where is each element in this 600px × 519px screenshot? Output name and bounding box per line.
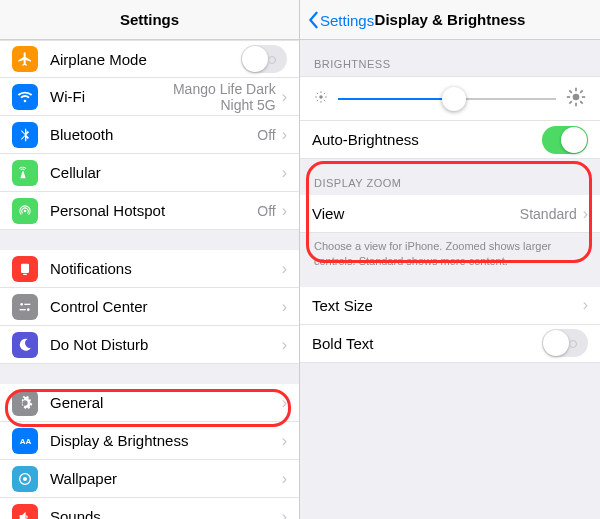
svg-rect-4 xyxy=(24,303,30,304)
chevron-icon: › xyxy=(282,126,287,144)
svg-line-16 xyxy=(324,100,325,101)
sun-small-icon xyxy=(314,90,328,107)
text-size-label: Text Size xyxy=(312,297,583,314)
back-label: Settings xyxy=(320,12,374,29)
view-value: Standard xyxy=(520,206,577,222)
svg-rect-2 xyxy=(23,273,27,274)
settings-row-sounds[interactable]: Sounds› xyxy=(0,498,299,519)
svg-line-15 xyxy=(317,93,318,94)
settings-row-bluetooth[interactable]: BluetoothOff› xyxy=(0,116,299,154)
svg-line-18 xyxy=(324,93,325,94)
chevron-icon: › xyxy=(282,260,287,278)
svg-text:AA: AA xyxy=(20,437,32,446)
general-icon xyxy=(12,390,38,416)
right-title: Display & Brightness xyxy=(375,11,526,28)
settings-row-cellular[interactable]: Cellular› xyxy=(0,154,299,192)
row-label: Bluetooth xyxy=(50,126,257,143)
row-label: Display & Brightness xyxy=(50,432,282,449)
cellular-icon xyxy=(12,160,38,186)
zoom-footer: Choose a view for iPhone. Zoomed shows l… xyxy=(300,233,600,279)
display-brightness-pane: Settings Display & Brightness BRIGHTNESS… xyxy=(300,0,600,519)
settings-row-wifi[interactable]: Wi-FiMango Life Dark Night 5G› xyxy=(0,78,299,116)
sounds-icon xyxy=(12,504,38,520)
wifi-icon xyxy=(12,84,38,110)
row-value: Off xyxy=(257,127,275,143)
right-content: BRIGHTNESS Auto-Brightness DISPLAY ZOOM … xyxy=(300,40,600,519)
settings-list: Airplane ModeWi-FiMango Life Dark Night … xyxy=(0,40,299,519)
svg-line-17 xyxy=(317,100,318,101)
auto-brightness-row[interactable]: Auto-Brightness xyxy=(300,121,600,159)
chevron-icon: › xyxy=(282,202,287,220)
svg-rect-1 xyxy=(21,263,29,272)
chevron-icon: › xyxy=(282,88,287,106)
chevron-icon: › xyxy=(282,394,287,412)
settings-row-display[interactable]: AADisplay & Brightness› xyxy=(0,422,299,460)
chevron-icon: › xyxy=(282,298,287,316)
display-zoom-header: DISPLAY ZOOM xyxy=(300,159,600,195)
right-navbar: Settings Display & Brightness xyxy=(300,0,600,40)
brightness-header: BRIGHTNESS xyxy=(300,40,600,76)
svg-point-10 xyxy=(319,95,323,99)
bold-text-label: Bold Text xyxy=(312,335,542,352)
svg-line-27 xyxy=(580,90,583,93)
svg-point-3 xyxy=(20,303,23,306)
display-icon: AA xyxy=(12,428,38,454)
row-label: General xyxy=(50,394,282,411)
svg-point-0 xyxy=(24,209,27,212)
settings-row-control[interactable]: Control Center› xyxy=(0,288,299,326)
view-label: View xyxy=(312,205,520,222)
airplane-icon xyxy=(12,46,38,72)
chevron-icon: › xyxy=(282,432,287,450)
wallpaper-icon xyxy=(12,466,38,492)
airplane-toggle[interactable] xyxy=(241,45,287,73)
settings-row-hotspot[interactable]: Personal HotspotOff› xyxy=(0,192,299,230)
notif-icon xyxy=(12,256,38,282)
left-title: Settings xyxy=(120,11,179,28)
bluetooth-icon xyxy=(12,122,38,148)
row-label: Wallpaper xyxy=(50,470,282,487)
svg-point-9 xyxy=(23,477,27,481)
auto-brightness-label: Auto-Brightness xyxy=(312,131,542,148)
svg-point-5 xyxy=(27,308,30,311)
bold-text-row[interactable]: Bold Text xyxy=(300,325,600,363)
brightness-slider-row xyxy=(300,76,600,121)
auto-brightness-toggle[interactable] xyxy=(542,126,588,154)
back-button[interactable]: Settings xyxy=(306,0,374,40)
chevron-icon: › xyxy=(282,164,287,182)
settings-row-notif[interactable]: Notifications› xyxy=(0,250,299,288)
sun-big-icon xyxy=(566,87,586,110)
chevron-icon: › xyxy=(282,508,287,520)
view-row[interactable]: View Standard › xyxy=(300,195,600,233)
row-value: Off xyxy=(257,203,275,219)
svg-line-24 xyxy=(569,90,572,93)
row-label: Personal Hotspot xyxy=(50,202,257,219)
row-label: Airplane Mode xyxy=(50,51,241,68)
row-label: Notifications xyxy=(50,260,282,277)
chevron-icon: › xyxy=(583,296,588,314)
text-size-row[interactable]: Text Size › xyxy=(300,287,600,325)
row-label: Do Not Disturb xyxy=(50,336,282,353)
settings-pane: Settings Airplane ModeWi-FiMango Life Da… xyxy=(0,0,300,519)
svg-rect-6 xyxy=(20,309,26,310)
chevron-icon: › xyxy=(282,470,287,488)
left-navbar: Settings xyxy=(0,0,299,40)
svg-line-26 xyxy=(569,101,572,104)
control-icon xyxy=(12,294,38,320)
svg-point-19 xyxy=(573,94,580,101)
settings-row-airplane[interactable]: Airplane Mode xyxy=(0,40,299,78)
bold-text-toggle[interactable] xyxy=(542,329,588,357)
row-label: Control Center xyxy=(50,298,282,315)
hotspot-icon xyxy=(12,198,38,224)
row-label: Wi-Fi xyxy=(50,88,146,105)
settings-row-wallpaper[interactable]: Wallpaper› xyxy=(0,460,299,498)
brightness-slider[interactable] xyxy=(338,98,556,100)
dnd-icon xyxy=(12,332,38,358)
row-label: Cellular xyxy=(50,164,282,181)
settings-row-dnd[interactable]: Do Not Disturb› xyxy=(0,326,299,364)
chevron-icon: › xyxy=(583,205,588,223)
row-label: Sounds xyxy=(50,508,282,519)
settings-row-general[interactable]: General› xyxy=(0,384,299,422)
svg-line-25 xyxy=(580,101,583,104)
chevron-icon: › xyxy=(282,336,287,354)
row-value: Mango Life Dark Night 5G xyxy=(146,81,276,113)
